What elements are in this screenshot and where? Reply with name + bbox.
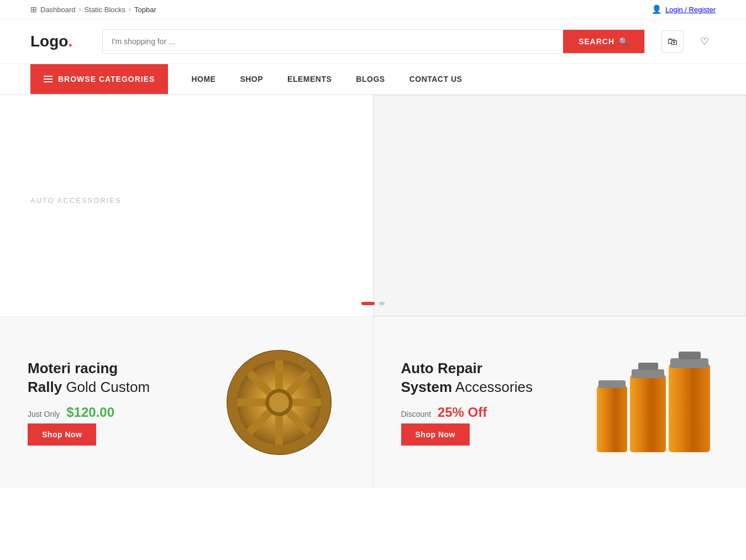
nav-item-contact: CONTACT US [397,65,475,93]
nav-link-shop[interactable]: SHOP [228,65,275,93]
header-icons: 🛍 ♡ [661,30,716,53]
nav-link-blogs[interactable]: BLOGS [344,65,397,93]
shop-now-button-1[interactable]: Shop Now [28,423,96,446]
promo-title-italic-2: System [401,379,453,395]
hero-section: AUTO ACCESSORIES [0,95,746,316]
nav-link-home[interactable]: HOME [179,65,228,93]
breadcrumb: ⊞ Dashboard › Static Blocks › Topbar [30,5,156,14]
hero-category: AUTO ACCESSORIES [30,196,343,205]
wishlist-button[interactable]: ♡ [694,30,716,53]
heart-icon: ♡ [700,35,709,48]
browse-categories-label: BROWSE CATEGORIES [58,75,155,83]
logo-dot: . [68,33,72,50]
dashboard-icon: ⊞ [30,5,37,14]
nav-item-elements: ELEMENTS [275,65,344,93]
breadcrumb-dashboard[interactable]: Dashboard [40,6,76,14]
svg-rect-18 [597,386,627,452]
main-nav: BROWSE CATEGORIES HOME SHOP ELEMENTS BLO… [0,64,746,95]
search-icon: 🔍 [619,37,629,46]
cart-icon: 🛍 [668,36,677,48]
promo-title-bold-1: Moteri racing [28,360,118,376]
header: Logo. SEARCH 🔍 🛍 ♡ [0,19,746,64]
login-register-link[interactable]: Login / Register [665,6,716,14]
svg-rect-13 [670,358,708,368]
hero-right [373,95,746,316]
nav-link-elements[interactable]: ELEMENTS [275,65,344,93]
hero-left: AUTO ACCESSORIES [0,95,373,316]
slider-dot-1[interactable] [361,302,375,305]
promo-text-2: Auto Repair System Accessories Discount … [401,359,533,446]
breadcrumb-sep-2: › [129,6,131,13]
search-bar: SEARCH 🔍 [102,29,645,54]
svg-rect-17 [638,363,658,370]
discount-val: 25% Off [438,405,487,420]
breadcrumb-current: Topbar [134,6,156,14]
hamburger-icon [44,76,52,82]
promo-title-2: Auto Repair System Accessories [401,359,533,397]
discount-label: Discount [401,410,431,418]
promo-title-rest-2: Accessories [455,379,533,395]
slider-dot-2[interactable] [379,302,385,305]
nav-item-shop: SHOP [228,65,275,93]
svg-rect-14 [679,352,701,359]
svg-rect-12 [669,364,710,452]
wheel-svg [224,347,334,458]
topbar: ⊞ Dashboard › Static Blocks › Topbar 👤 L… [0,0,746,19]
promo-section: Moteri racing Rally Gold Custom Just Onl… [0,316,746,488]
svg-rect-15 [630,375,666,452]
promo-text-1: Moteri racing Rally Gold Custom Just Onl… [28,359,150,446]
nav-item-home: HOME [179,65,228,93]
cart-button[interactable]: 🛍 [661,30,684,53]
nav-menu: HOME SHOP ELEMENTS BLOGS CONTACT US [179,65,474,93]
search-input[interactable] [103,30,563,53]
user-icon: 👤 [652,4,662,14]
slider-dots [361,302,385,305]
svg-rect-16 [632,369,664,378]
search-btn-label: SEARCH [579,37,614,46]
just-only-label: Just Only [28,410,60,418]
promo-title-1: Moteri racing Rally Gold Custom [28,359,150,397]
breadcrumb-sep-1: › [79,6,81,13]
logo: Logo. [30,33,86,50]
search-button[interactable]: SEARCH 🔍 [563,30,644,53]
promo-just-only: Just Only $120.00 [28,405,150,420]
breadcrumb-static-blocks[interactable]: Static Blocks [85,6,125,14]
topbar-right: 👤 Login / Register [652,4,716,14]
promo-discount-row: Discount 25% Off [401,405,533,420]
shop-now-button-2[interactable]: Shop Now [401,423,470,446]
promo-image-1 [224,347,345,458]
promo-card-2: Auto Repair System Accessories Discount … [374,317,747,488]
promo-title-rest-1: Gold Custom [66,379,150,395]
nav-link-contact[interactable]: CONTACT US [397,65,475,93]
promo-price: $120.00 [66,405,114,420]
promo-title-bold-2: Auto Repair [401,360,482,376]
promo-card-1: Moteri racing Rally Gold Custom Just Onl… [0,317,374,488]
svg-point-2 [269,392,289,412]
nav-item-blogs: BLOGS [344,65,397,93]
filters-svg [597,347,729,458]
promo-image-2 [597,347,718,458]
browse-categories-button[interactable]: BROWSE CATEGORIES [30,64,168,94]
svg-rect-19 [598,380,626,388]
promo-title-italic-1: Rally [28,379,62,395]
